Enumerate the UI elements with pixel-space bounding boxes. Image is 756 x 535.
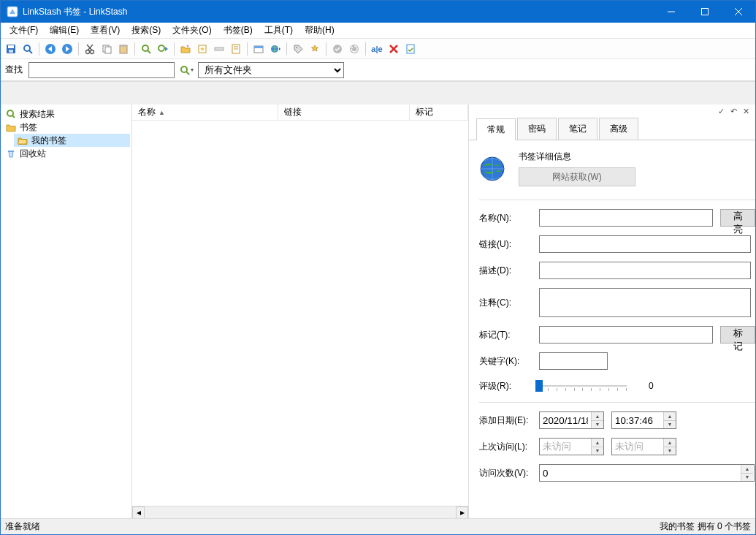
search-icon[interactable] bbox=[20, 42, 35, 56]
main-area: 搜索结果 书签 我的书签 回收站 名称▲ 链接 标记 ◂ ▸ bbox=[1, 105, 755, 518]
launch-icon[interactable] bbox=[251, 42, 266, 56]
search-scope-select[interactable]: 所有文件夹 bbox=[198, 62, 344, 78]
tree-recycle-bin[interactable]: 回收站 bbox=[2, 147, 130, 160]
svg-line-9 bbox=[29, 50, 32, 53]
name-field[interactable] bbox=[539, 209, 714, 227]
pane-undo-icon[interactable]: ↶ bbox=[730, 107, 737, 116]
highlight-button[interactable]: 高亮 bbox=[720, 209, 755, 227]
cut-icon[interactable] bbox=[83, 42, 97, 56]
menu-search[interactable]: 搜索(S) bbox=[126, 23, 167, 38]
horizontal-scrollbar[interactable]: ◂ ▸ bbox=[132, 506, 468, 518]
new-separator-icon[interactable] bbox=[212, 42, 226, 56]
globe-dropdown-icon[interactable] bbox=[268, 42, 283, 56]
tag-button[interactable]: 标记 bbox=[720, 326, 755, 344]
check-links-icon[interactable] bbox=[330, 42, 345, 56]
tab-password[interactable]: 密码 bbox=[517, 118, 557, 140]
spin-down-icon[interactable]: ▼ bbox=[592, 447, 603, 455]
pane-close-icon[interactable]: ✕ bbox=[743, 107, 749, 116]
close-button[interactable] bbox=[722, 1, 755, 23]
new-note-icon[interactable] bbox=[229, 42, 243, 56]
link-field[interactable] bbox=[539, 235, 751, 253]
maximize-button[interactable] bbox=[688, 1, 722, 23]
tree-search-results[interactable]: 搜索结果 bbox=[2, 107, 130, 121]
column-tag[interactable]: 标记 bbox=[410, 105, 468, 120]
spin-up-icon[interactable]: ▲ bbox=[741, 465, 753, 474]
delete-icon[interactable] bbox=[386, 42, 401, 56]
menu-edit[interactable]: 编辑(E) bbox=[44, 23, 85, 38]
menu-tools[interactable]: 工具(T) bbox=[259, 23, 299, 38]
paste-icon[interactable] bbox=[116, 42, 131, 56]
spin-down-icon[interactable]: ▼ bbox=[592, 421, 603, 429]
visit-count-input[interactable] bbox=[540, 465, 741, 481]
search-go-icon[interactable]: ▾ bbox=[179, 63, 194, 77]
spin-down-icon[interactable]: ▼ bbox=[741, 474, 753, 482]
menu-view[interactable]: 查看(V) bbox=[85, 23, 126, 38]
tree-bookmarks[interactable]: 书签 bbox=[2, 121, 130, 134]
tab-general[interactable]: 常规 bbox=[476, 118, 516, 140]
folder-tree[interactable]: 搜索结果 书签 我的书签 回收站 bbox=[1, 105, 132, 518]
last-visit-time-input[interactable] bbox=[612, 439, 663, 455]
back-icon[interactable] bbox=[43, 42, 58, 56]
last-visit-date-input[interactable] bbox=[540, 439, 591, 455]
spin-up-icon[interactable]: ▲ bbox=[664, 412, 676, 421]
find-icon[interactable] bbox=[139, 42, 153, 56]
folder-icon bbox=[5, 121, 17, 133]
find-next-icon[interactable] bbox=[156, 42, 170, 56]
new-bookmark-icon[interactable] bbox=[195, 42, 210, 56]
spin-up-icon[interactable]: ▲ bbox=[592, 412, 603, 421]
menu-folder[interactable]: 文件夹(O) bbox=[167, 23, 217, 38]
tab-notes[interactable]: 笔记 bbox=[558, 118, 597, 140]
svg-point-31 bbox=[296, 47, 297, 48]
spin-up-icon[interactable]: ▲ bbox=[664, 439, 676, 447]
list-body[interactable] bbox=[132, 121, 468, 506]
add-date-spinner[interactable]: ▲▼ bbox=[539, 411, 604, 429]
toolbar-gap bbox=[1, 81, 755, 105]
svg-rect-17 bbox=[105, 47, 111, 53]
keyword-field[interactable] bbox=[539, 352, 608, 370]
search-input[interactable] bbox=[28, 62, 175, 78]
column-name[interactable]: 名称▲ bbox=[132, 105, 278, 120]
scroll-left-icon[interactable]: ◂ bbox=[132, 506, 145, 519]
last-visit-time-spinner[interactable]: ▲▼ bbox=[611, 438, 676, 455]
toggle-highlight-icon[interactable]: a|e bbox=[370, 42, 384, 56]
tree-my-bookmarks[interactable]: 我的书签 bbox=[14, 134, 130, 147]
last-visit-date-spinner[interactable]: ▲▼ bbox=[539, 438, 604, 455]
favorite-icon[interactable] bbox=[308, 42, 322, 56]
visit-count-spinner[interactable]: ▲▼ bbox=[539, 464, 755, 482]
fetch-website-button[interactable]: 网站获取(W) bbox=[519, 167, 635, 186]
menu-bookmark[interactable]: 书签(B) bbox=[218, 23, 259, 38]
toolbar: a|e bbox=[1, 39, 755, 59]
label-comment: 注释(C): bbox=[479, 297, 532, 309]
spin-up-icon[interactable]: ▲ bbox=[592, 439, 603, 447]
new-folder-icon[interactable] bbox=[178, 42, 193, 56]
tag-icon[interactable] bbox=[291, 42, 305, 56]
label-desc: 描述(D): bbox=[479, 265, 532, 277]
minimize-button[interactable] bbox=[654, 1, 688, 23]
rating-slider[interactable] bbox=[539, 379, 627, 393]
pane-check-icon[interactable]: ✓ bbox=[718, 107, 725, 116]
spin-down-icon[interactable]: ▼ bbox=[664, 421, 676, 429]
svg-point-8 bbox=[24, 45, 30, 51]
menu-help[interactable]: 帮助(H) bbox=[299, 23, 340, 38]
status-ready: 准备就绪 bbox=[5, 520, 40, 533]
recycle-bin-icon bbox=[5, 148, 17, 159]
add-time-spinner[interactable]: ▲▼ bbox=[611, 411, 676, 429]
tag-field[interactable] bbox=[539, 326, 714, 344]
save-icon[interactable] bbox=[4, 42, 18, 56]
scroll-right-icon[interactable]: ▸ bbox=[456, 506, 468, 519]
add-time-input[interactable] bbox=[612, 412, 663, 428]
forward-icon[interactable] bbox=[60, 42, 75, 56]
menu-file[interactable]: 文件(F) bbox=[4, 23, 44, 38]
properties-icon[interactable] bbox=[403, 42, 418, 56]
comment-field[interactable] bbox=[539, 288, 751, 317]
svg-point-37 bbox=[181, 67, 187, 72]
copy-icon[interactable] bbox=[99, 42, 114, 56]
column-link[interactable]: 链接 bbox=[278, 105, 410, 120]
update-icon[interactable] bbox=[347, 42, 362, 56]
menu-bar: 文件(F) 编辑(E) 查看(V) 搜索(S) 文件夹(O) 书签(B) 工具(… bbox=[1, 23, 755, 39]
tab-advanced[interactable]: 高级 bbox=[599, 118, 638, 140]
description-field[interactable] bbox=[539, 262, 751, 279]
spin-down-icon[interactable]: ▼ bbox=[664, 447, 676, 455]
bookmark-list: 名称▲ 链接 标记 ◂ ▸ bbox=[132, 105, 469, 518]
add-date-input[interactable] bbox=[540, 412, 591, 428]
